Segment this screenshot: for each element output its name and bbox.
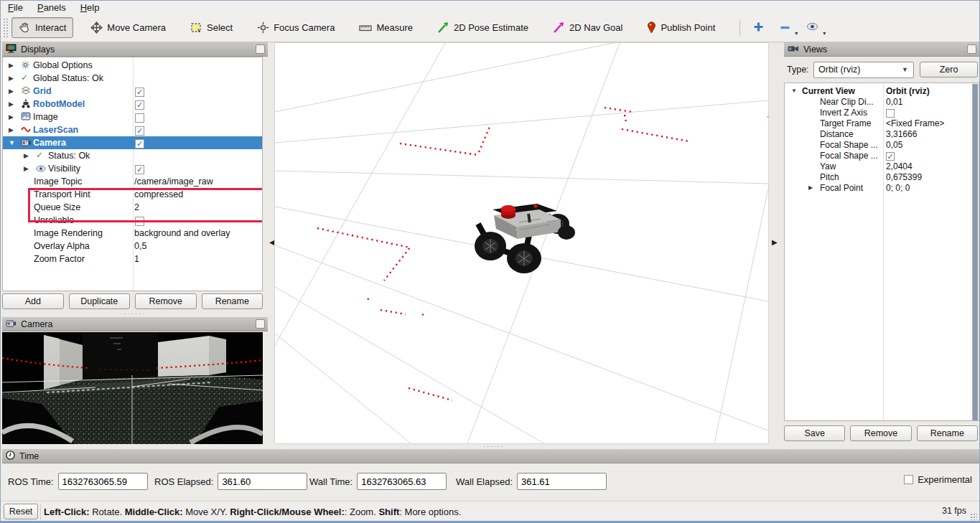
select-tool-button[interactable]: Select [183, 17, 240, 38]
expander-icon[interactable]: ▶ [24, 165, 29, 172]
panel-float-button[interactable] [256, 44, 265, 54]
add-tool-button[interactable] [747, 19, 770, 37]
views-row-focal-point[interactable]: ▶ Focal Point 0; 0; 0 [785, 182, 979, 193]
toolbar-drag-handle[interactable] [3, 18, 9, 38]
ros-time-input[interactable] [58, 473, 148, 490]
views-row-current-view[interactable]: ▼ Current View Orbit (rviz) [785, 85, 979, 96]
grid-enabled-checkbox[interactable]: ✓ [135, 88, 144, 97]
publish-point-tool-button[interactable]: Publish Point [640, 17, 722, 38]
panel-float-button[interactable] [256, 319, 265, 329]
chevron-down-icon[interactable]: ▾ [823, 30, 826, 37]
robot-icon [21, 99, 31, 110]
expander-icon[interactable]: ▶ [9, 88, 14, 95]
tree-row-robotmodel[interactable]: ▶ RobotModel ✓ [3, 98, 262, 110]
reset-button[interactable]: Reset [4, 504, 38, 519]
check-icon: ✓ [21, 72, 28, 83]
robotmodel-enabled-checkbox[interactable]: ✓ [135, 100, 144, 110]
save-view-button[interactable]: Save [784, 425, 845, 441]
tree-row-camera-status[interactable]: ▶ ✓ Status: Ok [3, 149, 262, 162]
views-row-pitch[interactable]: Pitch 0,675399 [785, 171, 979, 182]
collapse-right-panel-icon[interactable]: ▶ [772, 238, 778, 246]
view-type-dropdown[interactable]: Orbit (rviz) ▼ [813, 62, 914, 78]
expander-icon[interactable]: ▶ [24, 152, 29, 159]
tree-row-visibility[interactable]: ▶ Visibility ✓ [3, 162, 262, 175]
pose-estimate-tool-button[interactable]: 2D Pose Estimate [430, 17, 536, 38]
chevron-down-icon: ▼ [902, 66, 908, 73]
expander-icon[interactable]: ▶ [9, 75, 14, 82]
expander-icon[interactable]: ▶ [9, 113, 14, 121]
window-resize-grip[interactable] [970, 513, 977, 520]
views-row-distance[interactable]: Distance 3,31666 [785, 128, 979, 139]
expander-icon[interactable]: ▶ [9, 126, 14, 133]
tree-row-image[interactable]: ▶ Image ✓ [3, 110, 262, 123]
wall-time-input[interactable] [357, 473, 447, 490]
move-camera-tool-button[interactable]: Move Camera [83, 17, 173, 38]
views-panel-titlebar[interactable]: Views [784, 42, 979, 57]
remove-tool-button[interactable]: ▾ [774, 19, 796, 36]
views-row-focal-shape-fixed[interactable]: Focal Shape ... ✓ [785, 150, 979, 161]
image-enabled-checkbox[interactable]: ✓ [135, 113, 144, 123]
expander-icon[interactable]: ▼ [9, 139, 15, 146]
camera-panel-titlebar[interactable]: Camera [2, 317, 268, 331]
image-topic-value[interactable]: /camera/image_raw [134, 176, 213, 187]
monitor-icon [6, 44, 17, 55]
tree-row-laserscan[interactable]: ▶ LaserScan ✓ [3, 123, 262, 136]
3d-viewport[interactable] [274, 42, 769, 444]
publish-point-tool-label: Publish Point [661, 22, 715, 33]
zoom-factor-value[interactable]: 1 [134, 254, 139, 264]
focus-camera-tool-button[interactable]: Focus Camera [250, 17, 342, 38]
tree-row-image-topic[interactable]: Image Topic /camera/image_raw [3, 175, 262, 188]
focal-shape-checkbox[interactable]: ✓ [886, 152, 895, 161]
tree-row-global-status[interactable]: ▶ ✓ Global Status: Ok [3, 72, 262, 85]
nav-goal-tool-button[interactable]: 2D Nav Goal [546, 17, 630, 38]
interact-tool-label: Interact [35, 22, 66, 33]
tree-row-overlay-alpha[interactable]: Overlay Alpha 0,5 [3, 240, 262, 253]
experimental-option: ✓ Experimental [904, 474, 972, 485]
menu-file[interactable]: File [1, 1, 30, 14]
expander-icon[interactable]: ▼ [791, 88, 797, 94]
views-row-focal-shape-size[interactable]: Focal Shape ... 0,05 [785, 139, 979, 150]
views-row-near-clip[interactable]: Near Clip Di... 0,01 [785, 96, 979, 107]
remove-display-button[interactable]: Remove [135, 293, 197, 309]
expander-icon[interactable]: ▶ [808, 184, 813, 191]
ros-elapsed-input[interactable] [218, 473, 307, 490]
tree-row-image-rendering[interactable]: Image Rendering background and overlay [3, 227, 262, 240]
interact-tool-button[interactable]: Interact [11, 17, 73, 38]
views-row-target-frame[interactable]: Target Frame <Fixed Frame> [785, 118, 979, 128]
tree-row-global-options[interactable]: ▶ Global Options [3, 59, 262, 72]
duplicate-display-button[interactable]: Duplicate [69, 293, 131, 309]
experimental-checkbox[interactable]: ✓ [904, 475, 913, 484]
menu-help[interactable]: Help [73, 1, 107, 14]
displays-panel-titlebar[interactable]: Displays [2, 42, 268, 57]
views-row-yaw[interactable]: Yaw 2,0404 [785, 161, 979, 171]
time-panel-titlebar[interactable]: Time [2, 449, 979, 463]
image-rendering-value[interactable]: background and overlay [134, 228, 230, 238]
chevron-down-icon[interactable]: ▾ [795, 30, 798, 37]
measure-tool-button[interactable]: Measure [352, 18, 420, 37]
rename-display-button[interactable]: Rename [202, 293, 263, 309]
splitter-handle[interactable]: ······ [124, 310, 146, 317]
ros-elapsed-field: ROS Elapsed: [154, 473, 307, 490]
overlay-alpha-value[interactable]: 0,5 [134, 241, 146, 251]
remove-view-button[interactable]: Remove [850, 425, 911, 441]
add-display-button[interactable]: Add [2, 293, 64, 309]
visibility-checkbox[interactable]: ✓ [135, 165, 144, 174]
camera-enabled-checkbox[interactable]: ✓ [135, 139, 144, 149]
views-scrollbar[interactable] [972, 84, 978, 421]
nav-goal-tool-label: 2D Nav Goal [569, 22, 622, 33]
select-box-icon [190, 22, 202, 34]
tool-visibility-button[interactable]: ▾ [801, 19, 824, 36]
tree-row-camera[interactable]: ▼ Camera ✓ [3, 136, 262, 149]
rename-view-button[interactable]: Rename [917, 425, 978, 441]
tree-row-zoom-factor[interactable]: Zoom Factor 1 [3, 253, 262, 265]
views-row-invert-z[interactable]: Invert Z Axis ✓ [785, 107, 979, 118]
laserscan-enabled-checkbox[interactable]: ✓ [135, 126, 144, 136]
zero-button[interactable]: Zero [920, 62, 978, 77]
invert-z-checkbox[interactable]: ✓ [886, 109, 895, 118]
tree-row-grid[interactable]: ▶ Grid ✓ [3, 85, 262, 98]
expander-icon[interactable]: ▶ [9, 100, 14, 108]
wall-elapsed-input[interactable] [517, 473, 607, 490]
menu-panels[interactable]: Panels [30, 1, 73, 14]
expander-icon[interactable]: ▶ [9, 62, 14, 69]
panel-float-button[interactable] [967, 44, 976, 54]
